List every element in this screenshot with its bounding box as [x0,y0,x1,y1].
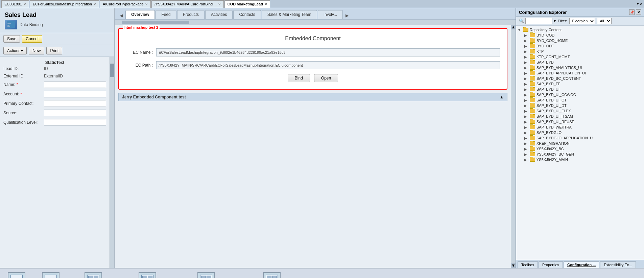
tree-arrow-icon: ▶ [524,50,528,53]
icon-item-ext-partners[interactable]: ExternalPartnersListModificationForm [244,272,300,278]
filter-all-select[interactable]: All [597,18,612,24]
ec-name-input[interactable] [156,48,500,56]
tree-item-byd-cod[interactable]: ▶ BYD_COD [523,32,644,38]
tab-ecforsales[interactable]: ECForSalesLeadMashupIntegration ✕ [30,0,99,8]
qualification-input[interactable] [44,119,106,126]
tab-products[interactable]: Products [177,10,205,19]
tree-item-xrep[interactable]: ▶ XREP_MIGRATION [523,141,644,146]
tree-repo-root[interactable]: ▼ Repository Content [516,27,644,32]
tree-item-sap-byd-tf[interactable]: ▶ SAP_BYD_TF [523,81,644,87]
tab-close-icon[interactable]: ✕ [218,2,221,6]
tree-arrow-icon: ▶ [524,158,528,162]
tab-feed[interactable]: Feed [156,10,176,19]
search-dropdown-icon[interactable]: ▾ [554,19,556,23]
tab-cod-marketing[interactable]: COD MarketingLead ✕ [224,0,270,8]
filter-select[interactable]: Floorplan [569,18,595,24]
tab-close-icon[interactable]: ✕ [264,2,267,6]
tree-item-sap-byd-ui-itsam[interactable]: ▶ SAP_BYD_UI_ITSAM [523,114,644,119]
config-tab-toolbox[interactable]: Toolbox [518,261,538,268]
tree-arrow-icon: ▶ [524,98,528,102]
left-scroll-bar[interactable] [110,57,114,268]
tree-item-sap-byd-ui-reuse[interactable]: ▶ SAP_BYD_UI_REUSE [523,119,644,124]
tree-item-sap-byd-bc[interactable]: ▶ SAP_BYD_BC_CONTENT [523,76,644,81]
cancel-button[interactable]: Cancel [22,35,42,43]
tree-indent: ▶ BYD_COD ▶ BYD_COD_HOME ▶ BYD_ODT ▶ [516,32,644,162]
icon-item-contact-list[interactable]: ContactListModificationForm [126,272,169,278]
primarycontact-input[interactable] [44,100,106,107]
new-button[interactable]: New [29,47,44,54]
config-search-input[interactable] [525,18,552,24]
tree-item-ys5-main[interactable]: ▶ YS5XJ942Y_MAIN [523,157,644,162]
tree-item-ys5-bc[interactable]: ▶ YS5XJ942Y_BC [523,146,644,152]
jerry-section-header[interactable]: Jerry Embedded Component test ▲ [118,93,507,101]
ec-path-input[interactable] [156,61,500,69]
tree-item-sap-byd[interactable]: ▶ SAP_BYD [523,60,644,65]
scroll-up-icon[interactable]: ▲ [511,25,516,29]
tree-item-sap-byd-ui[interactable]: ▶ SAP_BYD_UI [523,87,644,92]
tree-item-ktp-cont[interactable]: ▶ KTP_CONT_MGMT [523,54,644,60]
tab-overview[interactable]: Overview [125,10,155,19]
close-all-tabs[interactable]: ▾✕ [637,2,643,6]
tree-item-ys5-bc-gen[interactable]: ▶ YS5XJ942Y_BC_GEN [523,152,644,157]
ec-buttons: Bind Open [126,74,500,82]
tab-contacts[interactable]: Contacts [233,10,261,19]
tab-sales-marketing[interactable]: Sales & Marketing Team [262,10,317,19]
tree-arrow-icon: ▶ [524,109,528,113]
tree-arrow-icon: ▶ [524,142,528,145]
icon-item-accept-dialog[interactable]: ✓ ✕ AcceptDialog [7,272,27,278]
icon-item-sales-team[interactable]: SalesTeamListModificationForm [182,272,230,278]
account-input[interactable] [44,91,106,97]
tab-next-button[interactable]: ▶ [343,12,351,19]
tab-close-icon[interactable]: ✕ [23,2,26,6]
content-right-scroll[interactable]: ▲ ▼ [511,25,516,268]
folder-icon [530,60,535,64]
scroll-down-icon[interactable]: ▼ [511,263,516,268]
tab-involve[interactable]: Involv... [318,10,343,19]
tree-item-sap-bydglo-app[interactable]: ▶ SAP_BYDGLO_APPLICATION_UI [523,135,644,141]
tab-prev-button[interactable]: ◀ [118,12,125,19]
print-button[interactable]: Print [46,47,62,54]
tree-item-sap-byd-ui-flex[interactable]: ▶ SAP_BYD_UI_FLEX [523,108,644,114]
config-close-button[interactable]: ✕ [636,9,641,15]
nav-tabs: ◀ Overview Feed Products Activities Cont… [115,8,516,20]
tree-item-byd-odt[interactable]: ▶ BYD_ODT [523,43,644,49]
config-tab-extensibility[interactable]: Extensibility Ex... [600,261,636,268]
config-tab-configuration[interactable]: Configuration ... [564,261,599,268]
content-scroll[interactable]: html mashup test 2 Embedded Component EC… [115,25,511,268]
tab-ys5xj[interactable]: /YS5XJ942Y MAIN/AICardPortBindi... ✕ [151,0,224,8]
tree-item-sap-byd-ui-ccwoc[interactable]: ▶ SAP_BYD_UI_CCWOC [523,92,644,97]
tree-item-sap-byd-analytics[interactable]: ▶ SAP_BYD_ANALYTICS_UI [523,65,644,70]
name-label: Name: [3,82,44,87]
tab-ec031801[interactable]: EC031801 ✕ [1,0,29,8]
jerry-section-collapse-icon[interactable]: ▲ [500,95,504,99]
tree-item-sap-byd-ui-dt[interactable]: ▶ SAP_BYD_UI_DT [523,103,644,108]
save-button[interactable]: Save [3,35,20,43]
bind-button[interactable]: Bind [288,74,310,82]
tab-close-icon[interactable]: ✕ [145,2,148,6]
tree-item-sap-bydglo[interactable]: ▶ SAP_BYDGLO [523,130,644,135]
config-pin-button[interactable]: 📌 [629,9,635,15]
tree-item-byd-cod-home[interactable]: ▶ BYD_COD_HOME [523,38,644,43]
icon-item-decline-dialog[interactable]: ✓ ✕ DeclineDialog [40,272,61,278]
account-label: Account: [3,92,44,96]
tab-aicard[interactable]: AICardPortTypePackage ✕ [100,0,151,8]
open-button[interactable]: Open [314,74,338,82]
folder-icon [530,158,535,162]
jerry-section-label: Jerry Embedded Component test [122,95,186,99]
tree-item-sap-byd-wektra[interactable]: ▶ SAP_BYD_WEKTRA [523,124,644,130]
name-input[interactable] [44,81,106,88]
tab-activities[interactable]: Activities [205,10,233,19]
h-scroll-area[interactable] [115,20,516,25]
folder-icon [530,152,535,156]
actions-button[interactable]: Actions ▾ [3,47,27,54]
tree-item-sap-byd-ui-ct[interactable]: ▶ SAP_BYD_UI_CT [523,97,644,103]
sales-lead-header: Sales Lead Data Binding [0,8,114,33]
grid-icon [200,275,212,278]
icon-item-item-list[interactable]: ItemListModificationForm [75,272,113,278]
tab-close-icon[interactable]: ✕ [93,2,96,6]
source-input[interactable] [44,110,106,116]
tree-item-ktp[interactable]: ▶ KTP [523,49,644,54]
bottom-icons-bar: ✓ ✕ AcceptDialog ✓ ✕ DeclineDialog ItemL… [0,268,644,278]
config-tab-properties[interactable]: Properties [539,261,563,268]
tree-item-sap-byd-app[interactable]: ▶ SAP_BYD_APPLICATION_UI [523,70,644,76]
